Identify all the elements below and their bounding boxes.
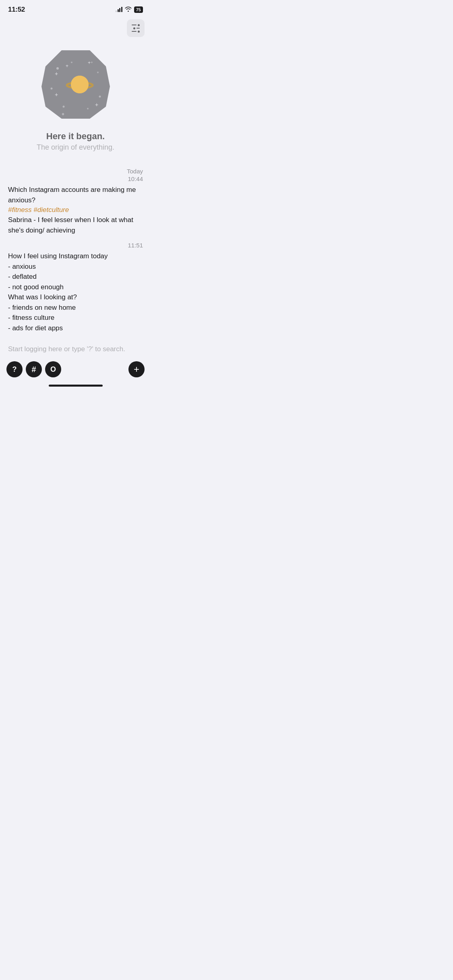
planet-illustration: + + + + + +: [35, 44, 116, 125]
svg-point-5: [99, 96, 101, 98]
svg-point-4: [97, 72, 99, 73]
top-bar: [0, 16, 151, 40]
home-bar: [49, 385, 103, 387]
entry-1-hashtags: #fitness #dietculture: [8, 206, 143, 214]
svg-text:+: +: [55, 91, 58, 98]
svg-point-2: [71, 62, 72, 63]
wifi-icon: [125, 6, 132, 13]
entry-2: How I feel using Instagram today - anxio…: [8, 251, 143, 333]
date-label: Today: [8, 164, 143, 175]
battery-icon: 75: [134, 6, 143, 13]
svg-text:+: +: [88, 60, 91, 66]
entry-1: Which Instagram accounts are making me a…: [8, 185, 143, 235]
hero-section: + + + + + + Here it began. The origin of…: [0, 40, 151, 164]
input-area[interactable]: Start logging here or type '?' to search…: [0, 340, 151, 357]
hero-subtitle: The origin of everything.: [37, 143, 114, 152]
status-bar: 11:52 75: [0, 0, 151, 16]
time-stamp-1: 10:44: [8, 175, 143, 185]
entry-1-body: Sabrina - I feel lesser when I look at w…: [8, 215, 143, 235]
toolbar: ? # O +: [0, 357, 151, 381]
settings-button[interactable]: [127, 19, 145, 37]
svg-point-6: [87, 108, 89, 109]
time-stamp-2: 11:51: [8, 242, 143, 251]
hashtag-button[interactable]: #: [26, 361, 42, 377]
svg-point-1: [56, 67, 59, 70]
signal-icon: [116, 7, 122, 12]
svg-point-18: [76, 84, 84, 87]
svg-text:+: +: [95, 101, 98, 108]
svg-text:+: +: [62, 111, 64, 117]
input-placeholder: Start logging here or type '?' to search…: [8, 345, 143, 353]
svg-point-8: [91, 62, 93, 63]
svg-point-7: [62, 106, 64, 108]
svg-point-3: [50, 88, 52, 90]
entry-2-body: How I feel using Instagram today - anxio…: [8, 251, 143, 333]
status-icons: 75: [116, 6, 143, 13]
hero-title: Here it began.: [46, 131, 105, 142]
journal-section: Today 10:44 Which Instagram accounts are…: [0, 164, 151, 333]
home-indicator: [0, 381, 151, 389]
entry-1-question: Which Instagram accounts are making me a…: [8, 185, 143, 205]
question-button[interactable]: ?: [6, 361, 23, 377]
add-button[interactable]: +: [128, 361, 145, 377]
sliders-icon: [130, 23, 141, 34]
svg-text:+: +: [55, 70, 58, 77]
status-time: 11:52: [8, 6, 25, 14]
svg-text:+: +: [66, 63, 68, 69]
circle-button[interactable]: O: [45, 361, 61, 377]
